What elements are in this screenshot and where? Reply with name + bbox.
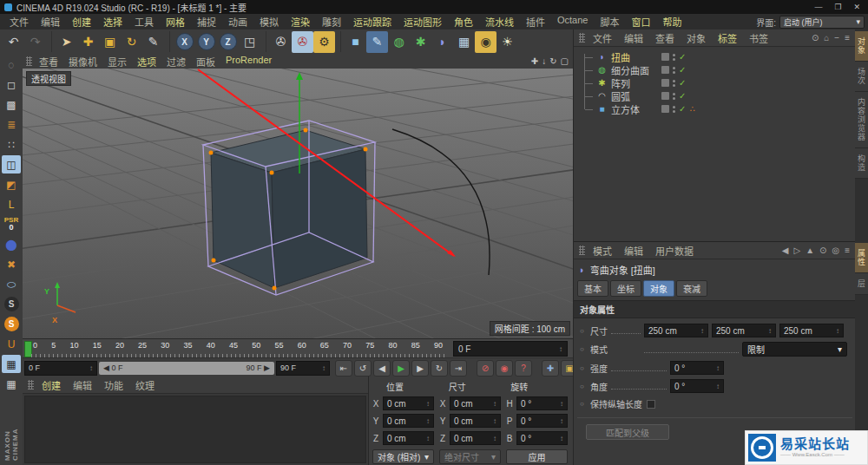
- pan-view-icon[interactable]: ✚: [531, 56, 538, 66]
- timeline-ruler[interactable]: 051015202530354045505560657075808590 0 F…: [23, 338, 573, 358]
- apply-button[interactable]: 应用: [506, 449, 568, 464]
- material-menu-item-2[interactable]: 功能: [98, 378, 129, 392]
- main-menu-item-1[interactable]: 编辑: [35, 15, 66, 29]
- minimize-icon[interactable]: −: [834, 33, 839, 43]
- y-lock-button[interactable]: Y: [195, 31, 217, 53]
- main-menu-item-11[interactable]: 运动跟踪: [347, 15, 398, 29]
- object-manager-menu-item-1[interactable]: 编辑: [618, 31, 649, 45]
- material-menu-item-1[interactable]: 编辑: [67, 378, 98, 392]
- angle-field[interactable]: 0 °↕: [670, 379, 724, 393]
- x-lock-button[interactable]: X: [174, 31, 195, 53]
- main-menu-item-8[interactable]: 模拟: [253, 15, 285, 29]
- sketch-pen-icon[interactable]: ✎: [142, 31, 164, 53]
- visibility-dots-icon[interactable]: [673, 54, 675, 61]
- back-icon[interactable]: ◀: [782, 246, 789, 255]
- position-z-field[interactable]: 0 cm↕: [383, 431, 434, 445]
- right-tab-1[interactable]: 层: [855, 273, 868, 295]
- layer-chip-icon[interactable]: [661, 66, 669, 74]
- keyframe-selection-button[interactable]: ?: [515, 360, 532, 377]
- play-reverse-button[interactable]: ↺: [354, 360, 372, 377]
- live-selection-icon[interactable]: ➤: [56, 31, 77, 53]
- lock-workplane-icon[interactable]: ▦: [2, 355, 21, 373]
- anim-dot-icon[interactable]: ○: [580, 400, 590, 408]
- layer-chip-icon[interactable]: [661, 53, 669, 61]
- record-keyframe-button[interactable]: ⊘: [477, 360, 494, 377]
- main-menu-item-0[interactable]: 文件: [3, 15, 35, 29]
- render-picture-viewer-icon[interactable]: ✇: [292, 31, 313, 53]
- object-row-3[interactable]: ◠圆弧✓: [581, 89, 856, 102]
- solo-off-icon[interactable]: S: [2, 295, 21, 313]
- main-menu-item-16[interactable]: Octane: [551, 15, 594, 29]
- zoom-view-icon[interactable]: ↓: [542, 56, 546, 66]
- deformer-icon[interactable]: ◗: [431, 31, 453, 53]
- main-menu-item-13[interactable]: 角色: [448, 15, 479, 29]
- spline-pen-icon[interactable]: ✎: [366, 31, 388, 53]
- right-tab-0[interactable]: 对象: [855, 31, 868, 62]
- texture-mode-icon[interactable]: ▩: [2, 95, 21, 114]
- enabled-check-icon[interactable]: ✓: [679, 65, 686, 75]
- spinner-icon[interactable]: ↕: [426, 417, 430, 425]
- viewport-menu-item-1[interactable]: 摄像机: [63, 55, 102, 69]
- spinner-icon[interactable]: ↕: [559, 345, 562, 353]
- position-y-field[interactable]: 0 cm↕: [383, 414, 434, 428]
- material-menu-item-0[interactable]: 创建: [36, 378, 67, 392]
- close-button[interactable]: ✕: [853, 3, 860, 11]
- object-row-2[interactable]: ✱阵列✓: [581, 76, 856, 89]
- end-frame-field[interactable]: 90 F ↕: [276, 361, 330, 376]
- autokey-button[interactable]: ◉: [496, 360, 513, 377]
- maximize-view-icon[interactable]: ▢: [561, 56, 569, 66]
- points-mode-icon[interactable]: ∷: [2, 135, 21, 154]
- spinner-icon[interactable]: ↕: [322, 364, 326, 372]
- workplane-icon[interactable]: ≣: [2, 115, 21, 134]
- viewport-menu-item-2[interactable]: 显示: [102, 55, 132, 69]
- coord-spheres-icon[interactable]: ⬤: [2, 235, 21, 253]
- layer-chip-icon[interactable]: [661, 105, 669, 113]
- magnet-snap-icon[interactable]: U: [2, 335, 21, 353]
- object-manager-menu-item-0[interactable]: 文件: [587, 31, 618, 45]
- enabled-check-icon[interactable]: ✓: [679, 78, 686, 88]
- right-tab-1[interactable]: 场次: [855, 62, 868, 92]
- size-y-field[interactable]: 250 cm↕: [712, 324, 776, 337]
- right-tab-0[interactable]: 属性: [855, 243, 868, 273]
- panel-grip[interactable]: [28, 380, 34, 390]
- main-menu-item-9[interactable]: 渲染: [285, 15, 316, 29]
- playhead[interactable]: [24, 341, 32, 357]
- attribute-tab-3[interactable]: 衰减: [676, 280, 707, 297]
- viewport-canvas[interactable]: Y X 透视视图 网格间距 : 100 cm: [23, 69, 573, 338]
- frame-field[interactable]: 0 F ↕: [453, 341, 568, 357]
- keep-length-checkbox[interactable]: [647, 400, 655, 409]
- rotation-p-field[interactable]: 0 °↕: [516, 414, 568, 428]
- edges-mode-icon[interactable]: ◫: [2, 155, 21, 174]
- phong-tag-icon[interactable]: ∴: [689, 104, 694, 114]
- layer-chip-icon[interactable]: [661, 79, 669, 87]
- panel-grip[interactable]: [579, 246, 585, 255]
- solo-on-icon[interactable]: S: [2, 315, 21, 333]
- size-z-field[interactable]: 250 cm↕: [779, 324, 844, 337]
- spinner-icon[interactable]: ↕: [426, 400, 430, 408]
- fit-to-parent-button[interactable]: 匹配到父级: [586, 424, 669, 440]
- position-x-field[interactable]: 0 cm↕: [383, 396, 434, 410]
- spinner-icon[interactable]: ↕: [493, 400, 496, 408]
- attribute-menu-item-2[interactable]: 用户数据: [649, 244, 700, 258]
- polygons-mode-icon[interactable]: ◩: [2, 175, 21, 193]
- spinner-icon[interactable]: ↕: [560, 435, 563, 442]
- main-menu-item-2[interactable]: 创建: [66, 15, 97, 29]
- enabled-check-icon[interactable]: ✓: [679, 104, 686, 114]
- mode-dropdown[interactable]: 限制 ▾: [742, 342, 847, 357]
- size-y-field[interactable]: 0 cm↕: [450, 414, 501, 428]
- interface-dropdown[interactable]: 启动 (用户) ▾: [779, 16, 865, 29]
- visibility-dots-icon[interactable]: [673, 106, 675, 113]
- object-manager-menu-item-4[interactable]: 标签: [712, 31, 743, 45]
- panel-menu-icon[interactable]: ≡: [845, 33, 850, 43]
- panel-grip[interactable]: [579, 33, 585, 43]
- object-row-0[interactable]: ◗扭曲✓: [581, 50, 856, 63]
- main-menu-item-14[interactable]: 流水线: [479, 15, 520, 29]
- viewport-menu-item-6[interactable]: ProRender: [220, 55, 277, 69]
- spinner-icon[interactable]: ↕: [560, 400, 563, 408]
- pick-icon[interactable]: ▲: [806, 246, 814, 255]
- viewport-menu-item-3[interactable]: 选项: [132, 55, 161, 69]
- visibility-dots-icon[interactable]: [673, 67, 675, 74]
- spinner-icon[interactable]: ↕: [89, 364, 93, 372]
- rotation-b-field[interactable]: 0 °↕: [516, 431, 568, 445]
- redo-icon[interactable]: ↷: [24, 31, 46, 53]
